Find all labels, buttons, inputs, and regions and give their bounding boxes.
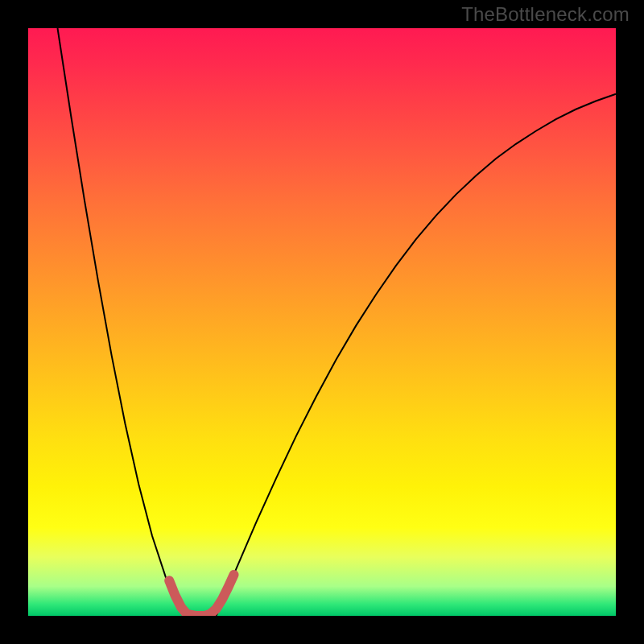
chart-frame: TheBottleneck.com: [0, 0, 644, 644]
chart-svg: [28, 28, 616, 616]
series-valley-marker: [169, 575, 233, 616]
plot-area: [28, 28, 616, 616]
series-right-branch: [217, 94, 616, 616]
watermark-text: TheBottleneck.com: [461, 3, 630, 26]
series-left-branch: [58, 28, 188, 616]
